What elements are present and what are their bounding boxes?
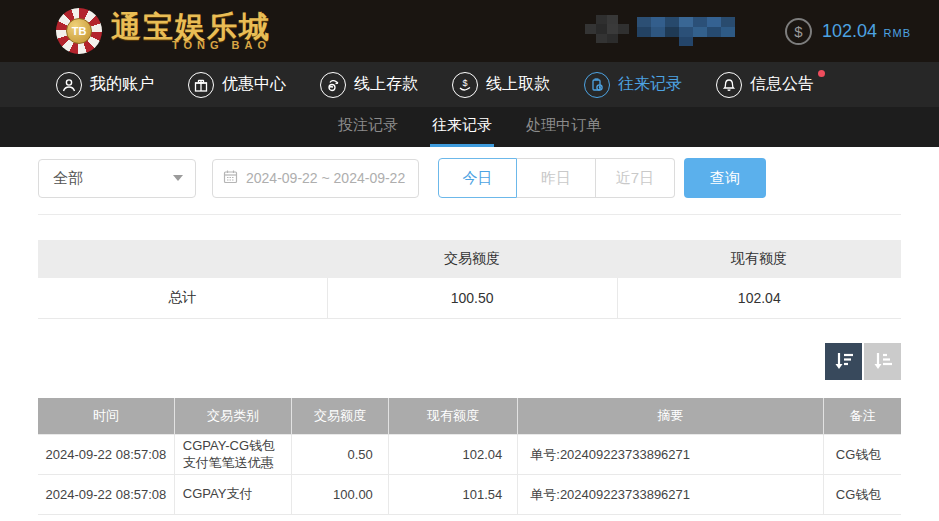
nav-item-transaction-records[interactable]: 往来记录 bbox=[584, 72, 682, 98]
records-icon bbox=[584, 72, 610, 98]
nav-label: 线上取款 bbox=[486, 74, 550, 95]
notification-badge bbox=[818, 70, 825, 77]
cell-type: CGPAY支付 bbox=[174, 475, 291, 515]
sub-nav: 投注记录 往来记录 处理中订单 bbox=[0, 107, 939, 147]
balance-currency: RMB bbox=[884, 27, 911, 39]
summary-table: 交易额度 现有额度 总计 100.50 102.04 bbox=[38, 240, 901, 319]
filter-bar: 全部 2024-09-22 ~ 2024-09-22 今日 昨日 近7日 查询 bbox=[38, 158, 901, 198]
cell-time: 2024-09-22 08:57:08 bbox=[38, 435, 174, 475]
summary-total-label: 总计 bbox=[38, 278, 327, 318]
nav-item-online-withdrawal[interactable]: $ 线上取款 bbox=[452, 72, 550, 98]
cell-amount: 100.00 bbox=[292, 475, 389, 515]
bell-icon bbox=[716, 72, 742, 98]
nav-item-announcements[interactable]: 信息公告 bbox=[716, 72, 814, 98]
dollar-icon: $ bbox=[785, 18, 812, 45]
balance-amount: 102.04 bbox=[822, 21, 877, 41]
site-logo[interactable]: TB 通宝娱乐城 TONG BAO bbox=[56, 8, 271, 54]
chip-label: TB bbox=[66, 18, 92, 44]
table-row: 2024-09-22 08:57:08 CGPAY-CG钱包支付笔笔送优惠 0.… bbox=[38, 435, 901, 475]
svg-text:$: $ bbox=[462, 77, 467, 87]
cell-balance: 101.54 bbox=[388, 475, 517, 515]
logo-text: 通宝娱乐城 TONG BAO bbox=[111, 12, 271, 51]
nav-label: 优惠中心 bbox=[222, 74, 286, 95]
cell-summary: 单号:202409223733896271 bbox=[518, 475, 824, 515]
deposit-icon bbox=[320, 72, 346, 98]
col-header-time: 时间 bbox=[38, 398, 174, 435]
today-button[interactable]: 今日 bbox=[438, 158, 517, 198]
summary-total-amount: 100.50 bbox=[327, 278, 617, 318]
tab-betting-records[interactable]: 投注记录 bbox=[336, 107, 400, 147]
type-select-value: 全部 bbox=[53, 169, 83, 188]
calendar-icon bbox=[223, 169, 238, 188]
nav-label: 往来记录 bbox=[618, 74, 682, 95]
cell-amount: 0.50 bbox=[292, 435, 389, 475]
records-table: 时间 交易类别 交易额度 现有额度 摘要 备注 2024-09-22 08:57… bbox=[38, 398, 901, 516]
type-select[interactable]: 全部 bbox=[38, 159, 196, 198]
summary-total-balance: 102.04 bbox=[617, 278, 901, 318]
poker-chip-icon: TB bbox=[56, 8, 102, 54]
top-right-area: $ 102.04 RMB bbox=[585, 13, 911, 49]
summary-header-balance: 现有额度 bbox=[617, 240, 901, 278]
chevron-down-icon bbox=[173, 175, 183, 181]
main-content: 全部 2024-09-22 ~ 2024-09-22 今日 昨日 近7日 查询 … bbox=[0, 158, 939, 515]
withdraw-icon: $ bbox=[452, 72, 478, 98]
cell-type: CGPAY-CG钱包支付笔笔送优惠 bbox=[174, 435, 291, 475]
section-divider bbox=[38, 214, 901, 215]
cell-balance: 102.04 bbox=[388, 435, 517, 475]
col-header-summary: 摘要 bbox=[518, 398, 824, 435]
nav-item-my-account[interactable]: 我的账户 bbox=[56, 72, 154, 98]
summary-header-amount: 交易额度 bbox=[327, 240, 617, 278]
blurred-avatar-mosaic bbox=[585, 13, 629, 43]
tab-transaction-records[interactable]: 往来记录 bbox=[430, 107, 494, 147]
nav-item-online-deposit[interactable]: 线上存款 bbox=[320, 72, 418, 98]
date-range-input[interactable]: 2024-09-22 ~ 2024-09-22 bbox=[212, 159, 419, 198]
gift-icon bbox=[188, 72, 214, 98]
cell-remark: CG钱包 bbox=[823, 435, 901, 475]
search-button[interactable]: 查询 bbox=[684, 158, 766, 198]
col-header-type: 交易类别 bbox=[174, 398, 291, 435]
date-range-value: 2024-09-22 ~ 2024-09-22 bbox=[246, 170, 405, 186]
col-header-balance: 现有额度 bbox=[388, 398, 517, 435]
tab-processing-orders[interactable]: 处理中订单 bbox=[524, 107, 603, 147]
sort-ascending-button[interactable] bbox=[864, 343, 901, 380]
records-header-row: 时间 交易类别 交易额度 现有额度 摘要 备注 bbox=[38, 398, 901, 435]
sort-descending-button[interactable] bbox=[825, 343, 862, 380]
nav-label: 信息公告 bbox=[750, 74, 814, 95]
nav-item-promotions[interactable]: 优惠中心 bbox=[188, 72, 286, 98]
top-bar: TB 通宝娱乐城 TONG BAO bbox=[0, 0, 939, 62]
sort-descending-icon bbox=[833, 350, 855, 372]
nav-label: 我的账户 bbox=[90, 74, 154, 95]
summary-total-row: 总计 100.50 102.04 bbox=[38, 278, 901, 318]
cell-remark: CG钱包 bbox=[823, 475, 901, 515]
sort-controls bbox=[38, 343, 901, 380]
cell-time: 2024-09-22 08:57:08 bbox=[38, 475, 174, 515]
blurred-name-mosaic bbox=[637, 13, 745, 49]
col-header-amount: 交易额度 bbox=[292, 398, 389, 435]
quick-date-group: 今日 昨日 近7日 bbox=[438, 158, 675, 198]
main-nav: 我的账户 优惠中心 线上存款 $ 线上取款 往来记录 信息公告 bbox=[0, 62, 939, 107]
col-header-remark: 备注 bbox=[823, 398, 901, 435]
site-subtitle: TONG BAO bbox=[172, 40, 271, 51]
sort-ascending-icon bbox=[872, 350, 894, 372]
site-title: 通宝娱乐城 bbox=[111, 12, 271, 42]
cell-summary: 单号:202409223733896271 bbox=[518, 435, 824, 475]
nav-label: 线上存款 bbox=[354, 74, 418, 95]
summary-header-row: 交易额度 现有额度 bbox=[38, 240, 901, 278]
last-7-days-button[interactable]: 近7日 bbox=[596, 158, 675, 198]
yesterday-button[interactable]: 昨日 bbox=[517, 158, 596, 198]
user-icon bbox=[56, 72, 82, 98]
balance-display: $ 102.04 RMB bbox=[785, 18, 911, 45]
table-row: 2024-09-22 08:57:08 CGPAY支付 100.00 101.5… bbox=[38, 475, 901, 515]
summary-header-empty bbox=[38, 240, 327, 278]
blurred-username bbox=[585, 13, 745, 49]
